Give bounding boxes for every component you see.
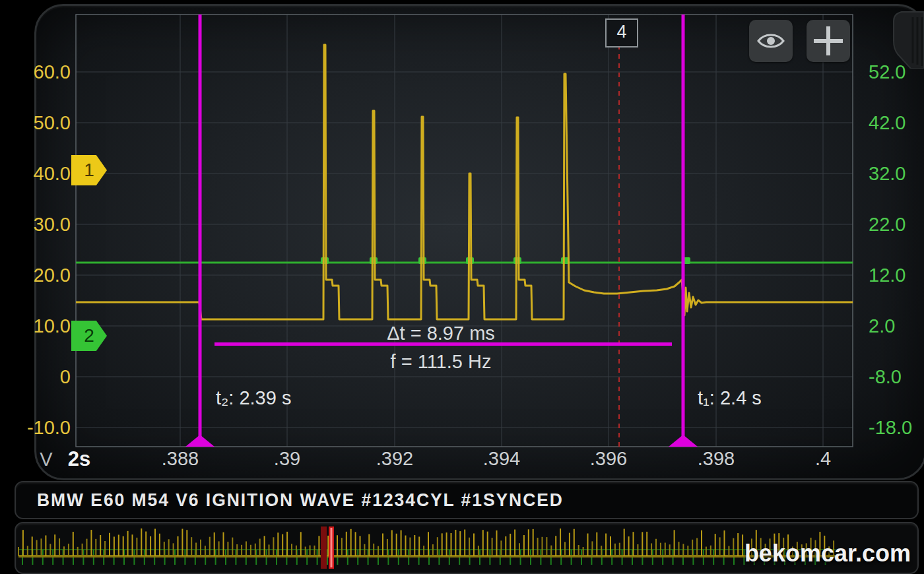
y-label-right: -18.0 bbox=[869, 418, 924, 437]
y-label-right: 32.0 bbox=[869, 164, 924, 183]
y-label-left: 60.0 bbox=[15, 62, 71, 82]
x-tick: .396 bbox=[579, 449, 638, 468]
y-label-right: 22.0 bbox=[869, 214, 924, 234]
x-tick: .4 bbox=[793, 449, 853, 468]
y-label-left: 30.0 bbox=[15, 214, 71, 234]
y-label-left: -10.0 bbox=[15, 418, 71, 437]
y-label-right: 12.0 bbox=[869, 265, 924, 285]
scope-display bbox=[34, 4, 924, 480]
y-label-left: 50.0 bbox=[15, 113, 71, 133]
x-tick: .388 bbox=[150, 449, 210, 468]
y-axis-unit: V bbox=[33, 449, 59, 470]
visibility-button[interactable] bbox=[749, 20, 793, 62]
y-label-right: 42.0 bbox=[869, 113, 924, 133]
y-label-right: -8.0 bbox=[869, 367, 924, 387]
frequency-readout: f = 111.5 Hz bbox=[342, 351, 540, 373]
add-channel-button[interactable] bbox=[807, 20, 850, 62]
y-label-left: 0 bbox=[15, 367, 71, 387]
x-tick: .398 bbox=[686, 449, 746, 468]
y-label-left: 20.0 bbox=[15, 265, 71, 285]
y-label-left: 10.0 bbox=[15, 316, 71, 336]
capture-title: BMW E60 M54 V6 IGNITION WAVE #1234CYL #1… bbox=[37, 482, 564, 518]
cursor-t2-readout: t₂: 2.39 s bbox=[216, 387, 291, 409]
plus-icon bbox=[812, 25, 844, 57]
cursor-t1-readout: t₁: 2.4 s bbox=[698, 387, 762, 409]
title-bar: BMW E60 M54 V6 IGNITION WAVE #1234CYL #1… bbox=[15, 481, 919, 519]
delta-t-readout: Δt = 8.97 ms bbox=[342, 323, 540, 344]
y-label-left: 40.0 bbox=[15, 164, 71, 183]
timebase-label[interactable]: 2s bbox=[61, 447, 97, 471]
trigger-marker-4[interactable]: 4 bbox=[605, 18, 638, 48]
eye-icon bbox=[756, 31, 785, 51]
x-tick: .392 bbox=[365, 449, 424, 468]
watermark-text: bekomcar.com bbox=[713, 540, 911, 567]
y-label-right: 2.0 bbox=[869, 316, 924, 336]
bezel-handle bbox=[891, 8, 924, 69]
x-tick: .394 bbox=[472, 449, 531, 468]
x-tick: .39 bbox=[257, 449, 317, 468]
